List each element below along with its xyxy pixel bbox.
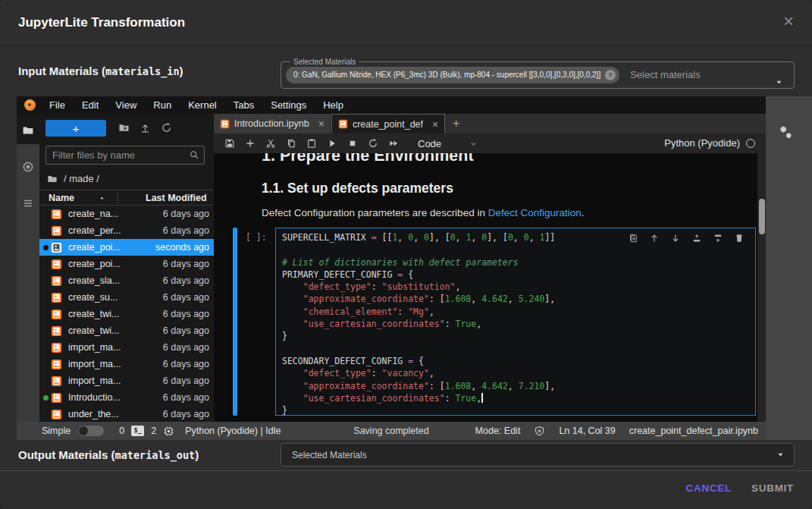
notebook-sel-icon <box>51 242 62 253</box>
file-row[interactable]: create_na...6 days ago <box>39 206 214 222</box>
paste-icon[interactable] <box>306 138 317 149</box>
cancel-button[interactable]: CANCEL <box>686 482 732 494</box>
notebook-panel: Introduction.ipynb×create_point_defect_p… <box>214 114 766 422</box>
file-row[interactable]: import_ma...6 days ago <box>39 372 214 389</box>
folder-icon[interactable] <box>22 124 34 137</box>
chip-remove-icon[interactable]: × <box>605 70 616 80</box>
kernel-status-text[interactable]: Python (Pyodide) | Idle <box>185 426 281 436</box>
file-row[interactable]: create_poi...6 days ago <box>39 256 214 272</box>
material-chip[interactable]: 0: GaN, Gallium Nitride, HEX (P6_3mc) 3D… <box>286 67 619 83</box>
move-up-icon[interactable] <box>649 233 660 244</box>
column-last-modified[interactable]: Last Modified <box>146 193 207 203</box>
file-name: under_the... <box>68 409 119 419</box>
running-icon[interactable] <box>22 161 34 173</box>
defect-configuration-link[interactable]: Defect Configuration <box>488 207 582 218</box>
dropdown-caret-icon[interactable] <box>775 78 783 86</box>
footer-divider <box>0 470 812 471</box>
file-name: import_ma... <box>68 359 121 369</box>
submit-button[interactable]: SUBMIT <box>751 482 794 494</box>
terminal-icon[interactable]: $_ <box>131 426 144 436</box>
cursor-position[interactable]: Ln 14, Col 39 <box>559 426 615 436</box>
insert-below-icon[interactable] <box>713 233 723 244</box>
file-row[interactable]: create_su...6 days ago <box>39 289 214 306</box>
add-tab-icon[interactable]: + <box>453 117 459 130</box>
notebook-icon <box>51 325 62 337</box>
breadcrumb[interactable]: / made / <box>47 173 99 184</box>
new-launcher-button[interactable]: + <box>45 120 106 137</box>
file-name: import_ma... <box>68 375 121 386</box>
duplicate-icon[interactable] <box>628 233 638 244</box>
copy-icon[interactable] <box>286 138 296 149</box>
insert-above-icon[interactable] <box>691 233 702 244</box>
kernels-count[interactable]: 2 <box>151 426 156 436</box>
notebook-scrollbar[interactable] <box>757 153 766 422</box>
cell-selected-bar[interactable] <box>233 228 237 416</box>
refresh-icon[interactable] <box>161 122 172 134</box>
shield-x-icon[interactable] <box>534 426 545 437</box>
menu-run[interactable]: Run <box>145 96 180 114</box>
filter-files-input[interactable] <box>45 146 205 165</box>
select-materials-placeholder: Select materials <box>630 69 700 80</box>
trash-icon[interactable] <box>734 233 745 244</box>
simple-mode-toggle[interactable] <box>78 426 104 436</box>
notebook-icon <box>51 359 62 370</box>
input-materials-label: Input Materials (materials_in) <box>18 64 183 77</box>
file-row[interactable]: Introductio...6 days ago <box>39 389 214 406</box>
move-down-icon[interactable] <box>670 233 681 244</box>
file-row[interactable]: create_per...6 days ago <box>39 222 214 239</box>
notebook-toolbar: Code Python (Pyodide) <box>214 134 766 153</box>
chevron-down-icon[interactable] <box>469 140 478 148</box>
file-row[interactable]: create_twi...6 days ago <box>39 306 214 322</box>
tab-close-icon[interactable]: × <box>318 118 324 130</box>
terminals-count[interactable]: 0 <box>119 426 124 436</box>
file-modified: 6 days ago <box>163 325 209 336</box>
file-modified: 6 days ago <box>163 309 209 319</box>
tab-close-icon[interactable]: × <box>432 118 438 130</box>
new-folder-icon[interactable] <box>118 122 130 134</box>
restart-icon[interactable] <box>368 138 378 149</box>
close-icon[interactable]: × <box>783 11 794 32</box>
dropdown-caret-icon[interactable] <box>776 451 785 459</box>
menu-settings[interactable]: Settings <box>262 96 315 114</box>
file-row[interactable]: import_ma...6 days ago <box>39 356 214 372</box>
kernel-status-icon[interactable] <box>746 139 755 148</box>
input-materials-select[interactable]: Selected Materials 0: GaN, Gallium Nitri… <box>281 58 795 89</box>
menu-kernel[interactable]: Kernel <box>180 96 225 114</box>
mode-indicator[interactable]: Mode: Edit <box>475 426 521 436</box>
fast-forward-icon[interactable] <box>388 138 399 149</box>
file-row[interactable]: import_ma...6 days ago <box>39 339 214 356</box>
scrollbar-thumb[interactable] <box>759 199 765 234</box>
code-editor[interactable]: SUPERCELL_MATRIX = [[1, 0, 0], [0, 1, 0]… <box>275 228 756 416</box>
cut-icon[interactable] <box>265 138 276 149</box>
file-row[interactable]: create_sla...6 days ago <box>39 272 214 289</box>
tab-create_point_defect_pair.ip[interactable]: create_point_defect_pair.ip× <box>331 114 445 134</box>
input-select-legend: Selected Materials <box>290 58 359 66</box>
notebook-icon <box>51 225 62 237</box>
menu-tabs[interactable]: Tabs <box>225 96 262 114</box>
tab-Introduction.ipynb[interactable]: Introduction.ipynb× <box>214 114 331 134</box>
kernel-name-button[interactable]: Python (Pyodide) <box>664 134 740 153</box>
file-modified: 6 days ago <box>163 409 209 419</box>
stop-icon[interactable] <box>347 138 358 149</box>
file-row[interactable]: under_the...6 days ago <box>39 406 214 423</box>
file-row[interactable]: create_poi...seconds ago <box>39 239 214 256</box>
file-row[interactable]: create_twi...6 days ago <box>39 322 214 339</box>
menu-help[interactable]: Help <box>315 96 352 114</box>
row-dot <box>43 278 49 284</box>
output-materials-select[interactable]: Selected Materials <box>281 443 795 467</box>
jupyter-logo-icon <box>24 99 36 111</box>
notebook-icon <box>51 275 62 287</box>
menu-view[interactable]: View <box>107 96 145 114</box>
cell-toolbar <box>628 233 745 244</box>
upload-icon[interactable] <box>140 122 151 134</box>
column-name[interactable]: Name <box>49 193 74 203</box>
menu-file[interactable]: File <box>41 96 74 114</box>
menu-edit[interactable]: Edit <box>74 96 107 114</box>
run-icon[interactable] <box>327 138 337 149</box>
kernel-chip-icon[interactable] <box>163 426 174 437</box>
list-icon[interactable] <box>22 197 34 209</box>
cell-type-dropdown[interactable]: Code <box>418 138 441 149</box>
save-icon[interactable] <box>224 138 235 149</box>
settings-gears-icon[interactable] <box>778 124 793 140</box>
add-icon[interactable] <box>245 138 256 149</box>
